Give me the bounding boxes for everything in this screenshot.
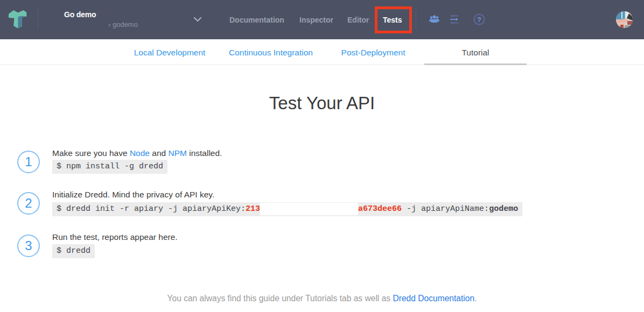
- svg-text:?: ?: [477, 16, 481, 24]
